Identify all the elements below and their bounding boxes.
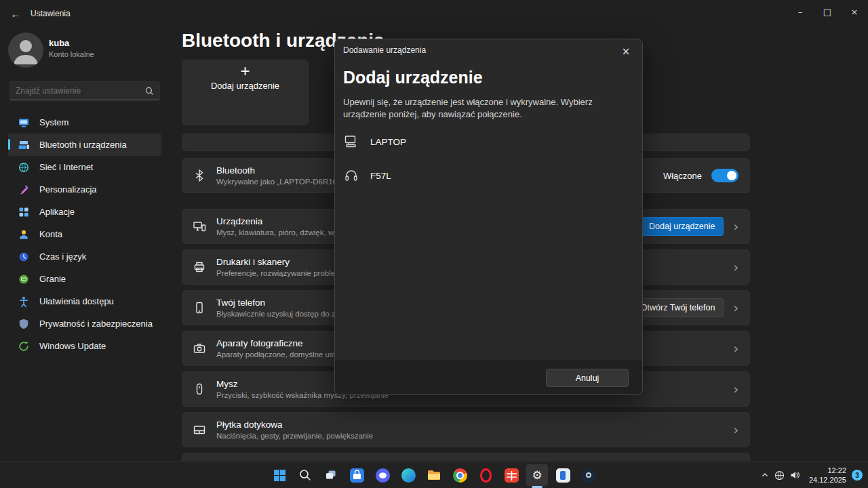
file-explorer-button[interactable]: [421, 462, 447, 488]
taskbar: ⚙ 12:22 24.12.2025 3: [0, 461, 868, 488]
sidebar-item-label: Sieć i Internet: [39, 162, 94, 172]
chevron-up-icon: [761, 471, 769, 479]
clock-icon: [18, 251, 30, 263]
mouse-icon: [193, 382, 206, 396]
cancel-button[interactable]: Anuluj: [546, 369, 629, 387]
chevron-right-icon: ›: [733, 261, 738, 274]
xbox-icon: [18, 273, 30, 285]
steam-button[interactable]: [576, 462, 601, 488]
dialog-description: Upewnij się, że urządzenie jest włączone…: [343, 96, 636, 121]
phone-link-button[interactable]: [550, 462, 576, 488]
file-explorer-icon: [427, 468, 441, 483]
gift-icon: [505, 468, 519, 483]
sidebar-item-label: Windows Update: [39, 341, 106, 351]
task-view-icon: [324, 468, 338, 482]
add-device-button[interactable]: Dodaj urządzenie: [640, 217, 724, 236]
sidebar-item-label: System: [39, 117, 68, 127]
globe-icon: [18, 161, 30, 174]
sidebar-item-label: Bluetooth i urządzenia: [39, 140, 127, 150]
sidebar-item-time-language[interactable]: Czas i język: [8, 245, 161, 268]
tray-time: 12:22: [809, 466, 846, 475]
sidebar-item-label: Konta: [39, 229, 62, 239]
row-title: Płytka dotykowa: [216, 420, 724, 430]
sidebar-item-label: Aplikacje: [39, 207, 75, 217]
close-button[interactable]: ×: [841, 0, 868, 23]
clock[interactable]: 12:22 24.12.2025: [809, 466, 846, 485]
bluetooth-toggle[interactable]: [711, 169, 738, 182]
opera-button[interactable]: [473, 462, 498, 488]
search-input[interactable]: [16, 86, 141, 96]
device-name: LAPTOP: [370, 137, 406, 147]
tray-network[interactable]: [772, 466, 787, 484]
devices-row-icon: [193, 220, 206, 233]
toggle-knob: [727, 171, 736, 180]
sidebar-item-system[interactable]: System: [8, 111, 161, 134]
sidebar-item-gaming[interactable]: Granie: [8, 268, 161, 290]
tray-chevron-up[interactable]: [757, 466, 772, 484]
dialog-heading: Dodaj urządzenie: [343, 68, 483, 87]
taskbar-search-button[interactable]: [292, 462, 318, 488]
chevron-right-icon: ›: [733, 383, 738, 396]
touchpad-icon: [193, 423, 206, 436]
plus-icon: +: [240, 63, 250, 79]
laptop-icon: [343, 134, 359, 150]
sidebar-nav: System Bluetooth i urządzenia Sieć i Int…: [8, 111, 161, 357]
user-name: kuba: [49, 38, 69, 48]
chrome-icon: [453, 468, 467, 483]
opera-icon: [480, 468, 492, 483]
system-icon: [18, 117, 30, 129]
sidebar-item-label: Ułatwienia dostępu: [39, 296, 114, 306]
back-button[interactable]: ←: [5, 4, 26, 23]
steam-icon: [582, 468, 596, 483]
gear-icon: ⚙: [532, 468, 542, 482]
store-icon: [350, 468, 364, 483]
search-icon: [298, 468, 312, 482]
back-arrow-icon: ←: [11, 8, 21, 20]
add-device-tile[interactable]: + Dodaj urządzenie: [182, 60, 309, 125]
notification-badge[interactable]: 3: [852, 470, 863, 481]
chevron-right-icon: ›: [733, 424, 738, 436]
settings-app-button[interactable]: ⚙: [524, 462, 550, 488]
phone-icon: [193, 301, 206, 314]
device-item-f57l[interactable]: F57L: [335, 159, 642, 192]
sidebar-item-accounts[interactable]: Konta: [8, 223, 161, 245]
chat-app-button[interactable]: [370, 462, 395, 488]
avatar[interactable]: [8, 33, 43, 68]
row-subtitle: Naciśnięcia, gesty, przewijanie, powięks…: [216, 432, 724, 440]
sidebar-item-accessibility[interactable]: Ułatwienia dostępu: [8, 290, 161, 312]
start-button[interactable]: [267, 462, 292, 488]
sidebar-item-label: Granie: [39, 274, 66, 284]
apps-grid-icon: [18, 206, 30, 218]
sidebar-item-privacy[interactable]: Prywatność i zabezpieczenia: [8, 312, 161, 335]
maximize-button[interactable]: □: [814, 0, 841, 23]
add-device-tile-label: Dodaj urządzenie: [211, 81, 279, 91]
dialog-title: Dodawanie urządzenia: [343, 45, 426, 55]
row-touchpad[interactable]: Płytka dotykowa Naciśnięcia, gesty, prze…: [182, 412, 750, 447]
sidebar-item-label: Czas i język: [39, 251, 86, 262]
window-controls: – □ ×: [787, 0, 868, 23]
device-list: LAPTOP F57L: [335, 125, 642, 192]
edge-button[interactable]: [395, 462, 421, 488]
devices-icon: [18, 139, 30, 151]
bluetooth-icon: [193, 169, 206, 182]
device-item-laptop[interactable]: LAPTOP: [335, 125, 642, 159]
gift-app-button[interactable]: [498, 462, 524, 488]
settings-window: ← Ustawienia – □ × kuba Konto lokalne: [0, 0, 868, 488]
open-your-phone-button[interactable]: Otwórz Twój telefon: [632, 298, 724, 317]
brush-icon: [18, 184, 30, 196]
task-view-button[interactable]: [318, 462, 344, 488]
chrome-button[interactable]: [447, 462, 473, 488]
dialog-close-button[interactable]: ×: [614, 43, 637, 60]
chevron-right-icon: ›: [733, 220, 738, 233]
sidebar-item-network[interactable]: Sieć i Internet: [8, 156, 161, 178]
sidebar-item-bluetooth-devices[interactable]: Bluetooth i urządzenia: [8, 134, 161, 156]
sidebar-item-apps[interactable]: Aplikacje: [8, 201, 161, 223]
dialog-footer: Anuluj: [335, 361, 642, 394]
store-app-button[interactable]: [344, 462, 370, 488]
sidebar-item-personalization[interactable]: Personalizacja: [8, 178, 161, 201]
sidebar-item-windows-update[interactable]: Windows Update: [8, 335, 161, 357]
tray-volume[interactable]: [787, 466, 802, 484]
windows-start-icon: [273, 468, 287, 483]
network-globe-icon: [774, 470, 785, 481]
minimize-button[interactable]: –: [787, 0, 814, 23]
